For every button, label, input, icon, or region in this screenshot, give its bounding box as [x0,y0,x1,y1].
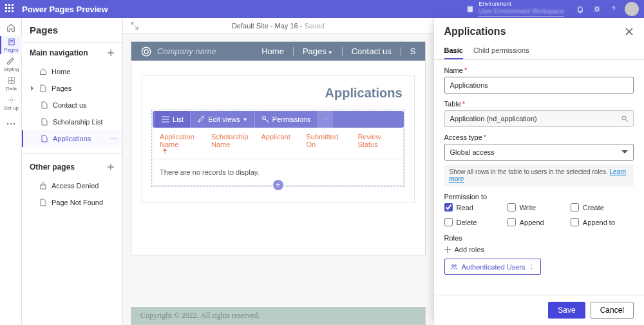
key-icon [261,115,269,123]
col-application-name[interactable]: Application Name [153,128,205,159]
name-input[interactable] [444,77,634,94]
tree-item-pages[interactable]: Pages [22,80,122,97]
tree-item-label: Contact us [53,101,87,109]
rail-data[interactable]: Data [0,75,22,93]
nav-pages[interactable]: Pages▼ [294,46,342,56]
role-chip-authenticated-users[interactable]: Authenticated Users ⋮ [444,259,541,275]
more-button[interactable]: ⋯ [110,135,117,143]
cancel-button[interactable]: Cancel [591,302,634,319]
site-footer-preview[interactable]: Copyright © 2022. All rights reserved. [131,307,425,325]
svg-point-11 [144,50,148,54]
role-more-icon[interactable]: ⋮ [528,262,535,271]
tree-item-page-not-found[interactable]: Page Not Found [22,194,122,211]
close-button[interactable] [625,27,634,36]
rail-more[interactable] [0,115,22,133]
svg-point-13 [622,116,626,120]
home-icon [37,68,49,75]
tree-item-label: Scholarship List [53,118,103,126]
col-submitted-on[interactable]: Submitted On [300,128,352,159]
chevron-right-icon[interactable] [30,86,37,91]
rail-home[interactable] [0,21,22,35]
canvas-toolbar: Default Site - May 16 - Saved [123,18,433,34]
svg-point-7 [10,123,11,124]
col-review-status[interactable]: Review Status [352,128,403,159]
environment-picker[interactable]: Environment User Environment Workspace [466,1,564,17]
rail-setup[interactable]: Set up [0,94,22,112]
tree-item-access-denied[interactable]: Access Denied [22,177,122,194]
expand-button[interactable] [128,19,141,32]
plus-icon [444,246,451,253]
nav-contact[interactable]: Contact us [343,46,401,56]
col-scholarship-name[interactable]: Scholarship Name [205,128,254,159]
flyout-tabs: Basic Child permissions [434,43,644,60]
settings-button[interactable] [590,2,604,16]
logo-icon [140,46,152,57]
perm-delete[interactable]: Delete [444,218,507,226]
global-app-bar: Power Pages Preview Environment User Env… [0,0,644,18]
list-icon [162,116,169,123]
perm-append-to[interactable]: Append to [571,218,634,226]
svg-point-6 [6,123,8,124]
design-canvas: Default Site - May 16 - Saved Company na… [123,18,433,325]
rail-pages[interactable]: Pages [0,36,22,54]
perm-append[interactable]: Append [507,218,571,226]
perm-write[interactable]: Write [507,203,571,212]
tree-item-scholarship-list[interactable]: Scholarship List [22,113,122,130]
tree-item-label: Applications [53,135,91,143]
help-button[interactable] [607,2,621,16]
access-type-label: Access type [444,133,482,141]
site-body-preview[interactable]: Applications List Edit views ▼ [131,61,425,255]
applications-flyout: Applications Basic Child permissions Nam… [433,18,644,325]
help-icon [609,5,618,14]
svg-point-5 [10,99,13,101]
user-avatar[interactable] [625,2,639,16]
perm-create[interactable]: Create [571,203,634,212]
save-button[interactable]: Save [548,302,585,319]
app-launcher-icon[interactable] [5,4,15,14]
app-title: Power Pages Preview [22,5,108,14]
rail-styling[interactable]: Styling [0,55,22,74]
add-roles-button[interactable]: Add roles [444,246,634,253]
tab-child-permissions[interactable]: Child permissions [473,43,529,59]
rail-pages-label: Pages [4,47,19,53]
database-icon [466,5,475,14]
plus-icon [107,163,115,171]
page-icon [37,199,49,206]
table-select[interactable]: Application (nd_application) [444,110,634,127]
close-icon [625,27,634,36]
perm-read[interactable]: Read [444,203,507,212]
notifications-button[interactable] [573,2,587,16]
col-applicant[interactable]: Applicant [255,128,300,159]
lock-icon [37,182,49,190]
table-header: Application Name Scholarship Name Applic… [153,128,403,159]
permissions-button[interactable]: Permissions [255,111,318,128]
nav-more[interactable]: S [401,46,416,56]
add-section-button[interactable]: + [273,180,283,190]
svg-point-8 [13,123,14,124]
list-more-button[interactable]: ⋯ [318,111,333,128]
svg-point-10 [142,47,151,56]
permission-to-label: Permission to [444,193,634,201]
access-type-select[interactable]: Global access [444,144,634,161]
tree-item-label: Access Denied [52,182,99,190]
left-rail: Pages Styling Data Set up [0,18,22,325]
site-brand[interactable]: Company name [140,46,216,57]
tree-item-home[interactable]: Home [22,63,122,80]
roles-label: Roles [444,234,634,242]
site-header-preview[interactable]: Company name Home Pages▼ Contact us S [131,41,425,61]
environment-label: Environment [478,1,564,8]
pages-icon [7,37,16,46]
list-button[interactable]: List [155,111,191,128]
add-other-page[interactable] [107,163,115,171]
nav-home[interactable]: Home [252,46,293,56]
svg-rect-2 [12,77,14,80]
site-nav-preview: Home Pages▼ Contact us S [252,46,415,56]
chevron-down-icon [621,149,628,155]
rail-data-label: Data [6,86,17,92]
tree-item-applications[interactable]: Applications ⋯ [22,130,122,147]
tab-basic[interactable]: Basic [444,43,463,59]
add-main-page[interactable] [107,49,115,57]
tree-item-contact-us[interactable]: Contact us [22,97,122,113]
edit-views-button[interactable]: Edit views ▼ [191,111,254,128]
svg-point-12 [262,117,265,120]
